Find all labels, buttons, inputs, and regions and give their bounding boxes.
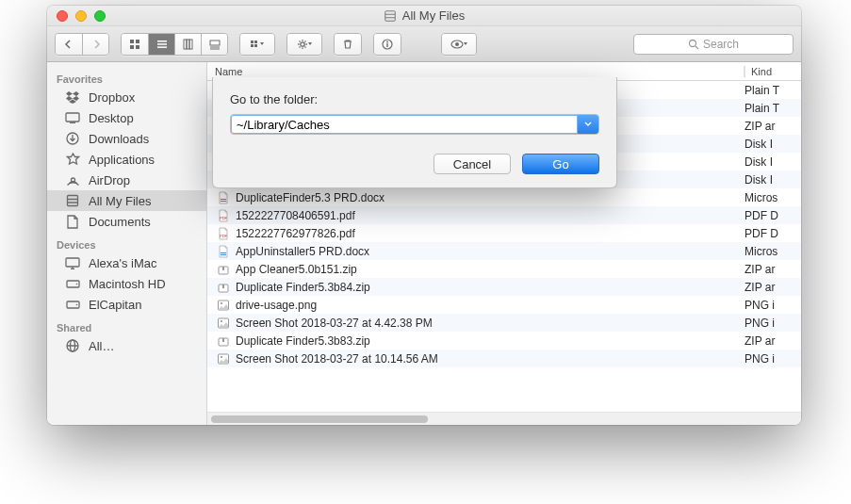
info-button[interactable] <box>374 34 401 55</box>
file-row[interactable]: PDF1522227762977826.pdfPDF D <box>207 224 801 242</box>
zoom-window-button[interactable] <box>94 10 106 22</box>
sidebar-item-applications[interactable]: Applications <box>47 149 206 170</box>
file-row[interactable]: Duplicate Finder5.3b83.zipZIP ar <box>207 332 801 350</box>
docx-file-icon <box>215 245 232 258</box>
svg-line-27 <box>300 46 301 47</box>
sidebar-item-macintosh-hd[interactable]: Macintosh HD <box>47 273 206 294</box>
forward-button[interactable] <box>82 34 108 55</box>
cancel-button[interactable]: Cancel <box>434 154 511 174</box>
minimize-window-button[interactable] <box>75 10 87 22</box>
svg-rect-40 <box>68 196 78 206</box>
allmyfiles-icon <box>384 9 397 23</box>
svg-text:PDF: PDF <box>220 216 228 220</box>
documents-icon <box>64 214 81 229</box>
quicklook-button[interactable] <box>442 34 476 55</box>
sidebar-item-label: AirDrop <box>89 173 130 187</box>
svg-rect-18 <box>251 44 254 47</box>
folder-path-input[interactable] <box>231 115 578 134</box>
window-title: All My Files <box>47 8 801 23</box>
svg-point-45 <box>75 284 77 285</box>
imac-icon <box>64 255 81 270</box>
sidebar-item-all-my-files[interactable]: All My Files <box>47 190 206 211</box>
svg-rect-43 <box>66 258 79 267</box>
zip-file-icon <box>215 334 232 348</box>
png-file-icon <box>215 352 232 366</box>
trash-button[interactable] <box>335 34 361 55</box>
combobox-dropdown-button[interactable] <box>578 115 598 134</box>
list-view-button[interactable] <box>148 34 174 55</box>
svg-point-72 <box>221 320 222 322</box>
file-kind: Plain T <box>745 102 801 115</box>
file-kind: Plain T <box>745 84 801 97</box>
file-row[interactable]: AppUninstaller5 PRD.docxMicros <box>207 242 801 260</box>
file-row[interactable]: Duplicate Finder5.3b84.zipZIP ar <box>207 278 801 296</box>
column-kind[interactable]: Kind <box>745 66 801 77</box>
close-window-button[interactable] <box>57 10 68 22</box>
sidebar-item-label: All My Files <box>89 194 151 208</box>
column-name[interactable]: Name <box>207 66 745 77</box>
horizontal-scrollbar[interactable] <box>207 412 801 425</box>
svg-rect-6 <box>136 45 139 49</box>
sidebar-item-label: Desktop <box>89 111 134 125</box>
file-name: DuplicateFinder5.3 PRD.docx <box>232 191 745 204</box>
file-name: AppUninstaller5 PRD.docx <box>232 245 745 258</box>
traffic-lights <box>47 10 106 22</box>
sidebar-item-all-[interactable]: All… <box>47 335 206 356</box>
action-button[interactable] <box>287 34 321 55</box>
sidebar-item-downloads[interactable]: Downloads <box>47 128 206 149</box>
file-row[interactable]: Screen Shot 2018-03-27 at 4.42.38 PMPNG … <box>207 314 801 332</box>
hdd-icon <box>64 297 81 312</box>
svg-rect-17 <box>254 41 257 43</box>
sidebar-item-label: Macintosh HD <box>89 277 166 291</box>
file-row[interactable]: drive-usage.pngPNG i <box>207 296 801 314</box>
icon-view-button[interactable] <box>122 34 148 55</box>
column-view-button[interactable] <box>174 34 201 55</box>
file-name: drive-usage.png <box>232 299 745 312</box>
toolbar: Search <box>47 26 801 62</box>
file-name: 1522227708406591.pdf <box>232 209 745 222</box>
svg-rect-14 <box>210 46 220 47</box>
sidebar-item-documents[interactable]: Documents <box>47 211 206 232</box>
sidebar-item-alexa-s-imac[interactable]: Alexa's iMac <box>47 252 206 273</box>
coverflow-view-button[interactable] <box>201 34 227 55</box>
back-button[interactable] <box>56 34 82 55</box>
file-row[interactable]: Screen Shot 2018-03-27 at 10.14.56 AMPNG… <box>207 350 801 367</box>
file-row[interactable]: PDF1522227708406591.pdfPDF D <box>207 206 801 224</box>
go-button[interactable]: Go <box>522 154 599 174</box>
svg-line-28 <box>305 41 306 41</box>
view-buttons <box>121 33 228 56</box>
sidebar-item-label: Dropbox <box>89 90 135 105</box>
dropbox-icon <box>64 89 81 105</box>
file-kind: PNG i <box>745 299 801 312</box>
quicklook-group <box>441 33 477 56</box>
svg-rect-16 <box>251 41 254 43</box>
sidebar-group-header: Shared <box>47 315 206 335</box>
sidebar-item-elcapitan[interactable]: ElCapitan <box>47 294 206 315</box>
arrange-group <box>239 33 275 56</box>
svg-rect-68 <box>222 285 224 288</box>
file-row[interactable]: DuplicateFinder5.3 PRD.docxMicros <box>207 188 801 206</box>
dialog-actions: Cancel Go <box>230 154 599 174</box>
png-file-icon <box>215 299 232 312</box>
svg-rect-12 <box>189 40 192 49</box>
svg-rect-19 <box>254 44 257 47</box>
svg-line-25 <box>300 41 301 41</box>
svg-rect-5 <box>130 45 134 49</box>
hdd-icon <box>64 276 81 291</box>
sidebar-item-dropbox[interactable]: Dropbox <box>47 87 206 107</box>
sidebar-item-label: All… <box>89 339 114 353</box>
folder-path-combobox <box>230 114 599 135</box>
search-icon <box>688 39 699 50</box>
svg-line-26 <box>305 46 306 47</box>
file-name: Duplicate Finder5.3b83.zip <box>232 334 745 348</box>
file-name: Screen Shot 2018-03-27 at 10.14.56 AM <box>232 352 745 366</box>
arrange-button[interactable] <box>240 34 274 55</box>
svg-rect-7 <box>157 41 167 42</box>
chevron-down-icon <box>584 122 592 127</box>
file-kind: Micros <box>745 191 801 204</box>
search-field[interactable]: Search <box>633 34 794 55</box>
file-row[interactable]: App Cleaner5.0b151.zipZIP ar <box>207 260 801 278</box>
sidebar-item-airdrop[interactable]: AirDrop <box>47 170 206 190</box>
svg-point-70 <box>221 302 222 304</box>
sidebar-item-desktop[interactable]: Desktop <box>47 107 206 128</box>
